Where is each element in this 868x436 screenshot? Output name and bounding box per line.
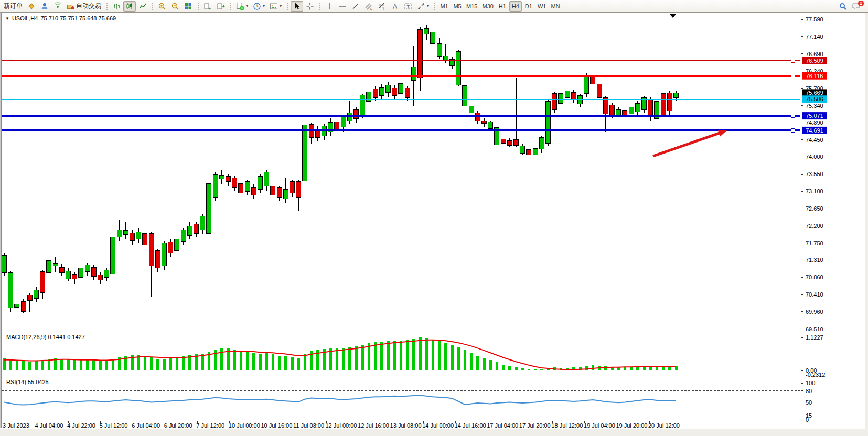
- macd-bar: [182, 356, 185, 370]
- candle-body: [271, 186, 275, 195]
- price-tick-label: 72.650: [806, 205, 823, 212]
- candle: [463, 84, 467, 107]
- macd-bar: [9, 359, 12, 370]
- candle: [667, 91, 672, 115]
- candle-body: [610, 105, 615, 115]
- arrows-tool-button[interactable]: ▾: [415, 1, 431, 12]
- timeframe-label: M30: [482, 3, 493, 9]
- equidistant-channel-icon: E: [365, 2, 373, 10]
- annotation-arrow[interactable]: [653, 130, 727, 156]
- chart-shift-marker-icon[interactable]: [670, 14, 676, 18]
- signal-button[interactable]: [51, 1, 64, 12]
- line-handle[interactable]: [791, 128, 795, 132]
- search-button[interactable]: [837, 1, 849, 12]
- chat-notifications-button[interactable]: 1: [850, 1, 862, 12]
- macd-bar: [163, 359, 166, 370]
- arrow-shaft[interactable]: [653, 132, 722, 156]
- new-order-button[interactable]: 新订单: [2, 1, 25, 12]
- line-handle[interactable]: [791, 59, 795, 63]
- community-button[interactable]: [38, 1, 51, 12]
- rsi-indicator-label: RSI(14) 55.0425: [6, 379, 49, 385]
- chart-canvas[interactable]: 77.59077.14076.69076.24075.79075.34074.8…: [0, 0, 868, 436]
- candle-body: [264, 172, 269, 186]
- one-click-trading-toggle-icon[interactable]: ▼: [5, 16, 9, 21]
- timeframe-mn-button[interactable]: MN: [549, 1, 562, 12]
- macd-bar: [22, 361, 25, 371]
- macd-bar: [668, 366, 671, 370]
- toolbar-gripper[interactable]: [318, 2, 321, 10]
- candle-body: [181, 230, 186, 241]
- candle: [239, 180, 243, 197]
- toolbar-gripper[interactable]: [151, 2, 154, 10]
- candle: [27, 293, 32, 312]
- candlestick-mode-button[interactable]: [123, 1, 136, 12]
- horizontal-line-tool-button[interactable]: [336, 1, 349, 12]
- candle: [507, 138, 512, 147]
- line-chart-mode-button[interactable]: [136, 1, 149, 12]
- symbol-timeframe-label: USOil-,H4: [12, 15, 38, 21]
- tile-windows-button[interactable]: [182, 1, 195, 12]
- timeframe-m1-button[interactable]: M1: [438, 1, 451, 12]
- candle: [629, 105, 634, 117]
- auto-trading-button[interactable]: 自动交易: [65, 1, 103, 12]
- macd-bar: [80, 360, 82, 370]
- candle-body: [386, 85, 391, 93]
- toolbar-gripper[interactable]: [286, 2, 288, 10]
- timeframe-h1-button[interactable]: H1: [496, 1, 509, 12]
- macd-bar: [16, 360, 18, 370]
- toolbar-gripper[interactable]: [105, 2, 108, 10]
- macd-bar: [348, 347, 351, 370]
- timeframe-d1-button[interactable]: D1: [522, 1, 535, 12]
- timeframe-m5-button[interactable]: M5: [451, 1, 464, 12]
- candle-body: [392, 88, 397, 96]
- macd-bar: [86, 359, 89, 370]
- toolbar-gripper[interactable]: [197, 2, 199, 10]
- text-tool-button[interactable]: A: [389, 1, 401, 12]
- macd-signal-line: [4, 340, 676, 370]
- vertical-line-icon: [325, 2, 334, 10]
- line-handle[interactable]: [791, 114, 795, 118]
- time-tick-label: 12 Jul 16:00: [358, 422, 389, 429]
- arrow-head[interactable]: [718, 130, 727, 136]
- template-icon: [270, 2, 278, 10]
- macd-bar: [604, 366, 607, 370]
- clock-icon: [253, 2, 261, 10]
- add-indicator-button[interactable]: ▾: [234, 1, 250, 12]
- candle: [283, 178, 288, 203]
- candle: [443, 44, 448, 63]
- toolbar-gripper[interactable]: [229, 2, 232, 10]
- candles: [2, 25, 679, 313]
- cursor-tool-button[interactable]: [291, 1, 303, 12]
- time-tick-label: 11 Jul 08:00: [293, 422, 324, 429]
- text-label-tool-button[interactable]: T: [402, 1, 414, 12]
- horizontal-line-icon: [338, 2, 347, 10]
- candle-body: [341, 117, 346, 127]
- fibonacci-tool-button[interactable]: F: [376, 1, 388, 12]
- crosshair-tool-button[interactable]: [304, 1, 316, 12]
- auto-scroll-button[interactable]: [201, 1, 214, 12]
- line-handle[interactable]: [791, 74, 795, 78]
- templates-button[interactable]: ▾: [267, 1, 284, 12]
- candle: [245, 180, 250, 195]
- trendline-tool-button[interactable]: [349, 1, 362, 12]
- zoom-in-button[interactable]: [156, 1, 168, 12]
- candle: [578, 94, 583, 107]
- chart-shift-button[interactable]: [215, 1, 227, 12]
- macd-bar: [419, 337, 422, 370]
- bar-chart-mode-button[interactable]: [110, 1, 123, 12]
- periods-button[interactable]: ▾: [251, 1, 267, 12]
- toolbar-gripper[interactable]: [433, 2, 436, 10]
- timeframe-m30-button[interactable]: M30: [480, 1, 495, 12]
- candle: [271, 174, 275, 199]
- gold-seal-icon-button[interactable]: [25, 1, 38, 12]
- channel-tool-button[interactable]: E: [362, 1, 375, 12]
- timeframe-w1-button[interactable]: W1: [535, 1, 549, 12]
- candle: [456, 50, 461, 86]
- timeframe-h4-button[interactable]: H4: [509, 1, 522, 12]
- macd-axis-labels: 1.12270.00-0.2312: [801, 334, 826, 378]
- vertical-line-tool-button[interactable]: [323, 1, 336, 12]
- price-tick-label: 75.340: [806, 103, 823, 109]
- timeframe-m15-button[interactable]: M15: [464, 1, 479, 12]
- macd-bar: [508, 366, 511, 370]
- zoom-out-button[interactable]: [169, 1, 181, 12]
